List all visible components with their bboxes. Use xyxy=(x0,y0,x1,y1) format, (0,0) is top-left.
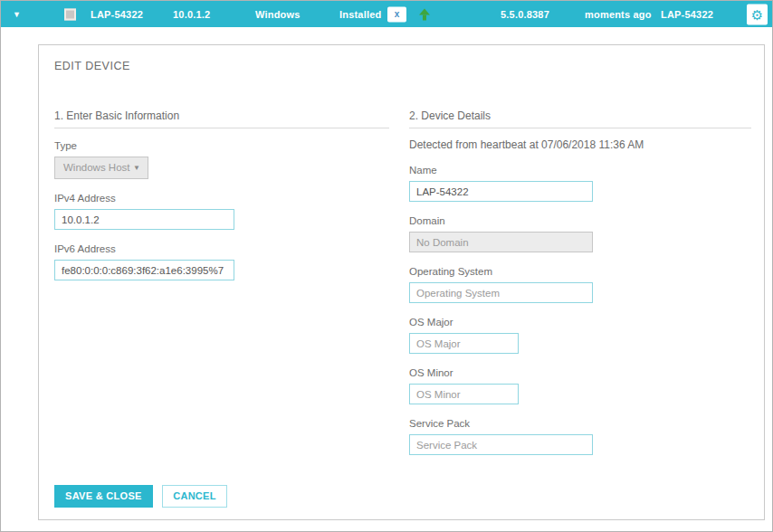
name-field: Name xyxy=(409,165,751,202)
page: ▼ LAP-54322 10.0.1.2 Windows Installed x… xyxy=(0,0,773,532)
os-major-label: OS Major xyxy=(409,317,751,328)
chevron-down-icon: ▼ xyxy=(133,157,140,178)
device-name-text: LAP-54322 xyxy=(91,9,143,20)
ipv4-field: IPv4 Address xyxy=(54,193,389,230)
ipv6-input[interactable] xyxy=(54,260,234,280)
operating-system-label: Operating System xyxy=(409,266,751,278)
name-label: Name xyxy=(409,165,751,176)
device-details-section: 2. Device Details Detected from heartbea… xyxy=(409,110,751,455)
arrow-head xyxy=(419,8,430,14)
cancel-button[interactable]: CANCEL xyxy=(162,485,227,508)
remove-device-icon[interactable]: x xyxy=(387,6,406,22)
domain-label: Domain xyxy=(409,215,751,227)
save-close-button[interactable]: SAVE & CLOSE xyxy=(54,485,153,508)
service-pack-input[interactable] xyxy=(409,434,593,455)
page-title: EDIT DEVICE xyxy=(54,60,130,72)
basic-info-header: 1. Enter Basic Information xyxy=(54,110,389,128)
last-seen-text: moments ago xyxy=(585,9,652,20)
basic-info-section: 1. Enter Basic Information Type Windows … xyxy=(54,110,389,280)
device-os-text: Windows xyxy=(255,9,301,20)
arrow-stem xyxy=(423,14,426,20)
name-input[interactable] xyxy=(409,181,593,202)
edit-device-panel: EDIT DEVICE 1. Enter Basic Information T… xyxy=(38,44,765,520)
domain-field: Domain xyxy=(409,215,751,252)
device-details-header: 2. Device Details xyxy=(409,110,751,128)
ipv4-label: IPv4 Address xyxy=(54,193,389,204)
type-select-value: Windows Host xyxy=(63,162,130,173)
agent-version-text: 5.5.0.8387 xyxy=(501,9,549,20)
upgrade-available-arrow-icon xyxy=(419,8,430,20)
form-actions: SAVE & CLOSE CANCEL xyxy=(54,485,227,508)
device-row-bar: ▼ LAP-54322 10.0.1.2 Windows Installed x… xyxy=(1,1,772,27)
type-label: Type xyxy=(54,140,389,152)
detected-heartbeat-text: Detected from heartbeat at 07/06/2018 11… xyxy=(409,138,751,151)
gear-icon[interactable]: ⚙ xyxy=(747,4,768,24)
collapse-caret-icon[interactable]: ▼ xyxy=(13,10,21,19)
row-checkbox[interactable] xyxy=(64,8,76,20)
service-pack-field: Service Pack xyxy=(409,418,751,455)
os-minor-input[interactable] xyxy=(409,384,519,404)
service-pack-label: Service Pack xyxy=(409,418,751,430)
ipv4-input[interactable] xyxy=(54,209,234,230)
operating-system-field: Operating System xyxy=(409,266,751,303)
ipv6-label: IPv6 Address xyxy=(54,243,389,255)
domain-input xyxy=(409,232,593,252)
os-major-field: OS Major xyxy=(409,317,751,354)
operating-system-input[interactable] xyxy=(409,282,593,303)
type-field: Type Windows Host ▼ xyxy=(54,140,389,179)
os-minor-label: OS Minor xyxy=(409,367,751,379)
ipv6-field: IPv6 Address xyxy=(54,243,389,280)
type-select: Windows Host ▼ xyxy=(54,157,148,179)
os-minor-field: OS Minor xyxy=(409,367,751,404)
hostname-text: LAP-54322 xyxy=(661,9,713,20)
os-major-input[interactable] xyxy=(409,333,519,354)
install-status-text: Installed xyxy=(339,9,381,20)
device-ip-text: 10.0.1.2 xyxy=(173,9,210,20)
